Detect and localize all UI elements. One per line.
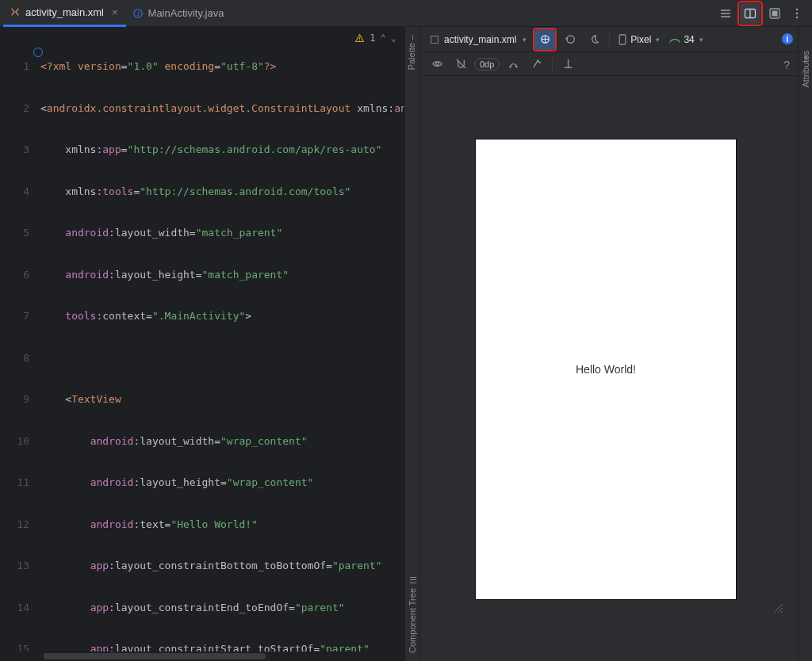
horizontal-scrollbar[interactable] [0,651,404,661]
chevron-down-icon: ▾ [699,36,703,44]
code-editor[interactable]: 1 ⌃ ⌄ 1 2 3 4 5 6 7 8 9 10 11 12 13 14 1… [0,27,404,651]
design-view-button[interactable] [764,3,785,24]
code-content[interactable]: <?xml version="1.0" encoding="utf-8"?> <… [36,27,404,651]
help-icon[interactable]: ? [783,59,790,71]
svg-point-17 [515,66,517,67]
resize-grip-icon[interactable] [771,601,783,613]
view-mode-switcher [715,1,812,26]
infer-constraints-button[interactable] [527,54,547,75]
guidelines-button[interactable] [557,54,578,75]
clear-constraints-button[interactable] [503,54,523,75]
layout-preview-pane: activity_main.xml ▾ Pixel ▾ [420,27,812,661]
code-editor-pane: 1 ⌃ ⌄ 1 2 3 4 5 6 7 8 9 10 11 12 13 14 1… [0,27,404,661]
warning-count: 1 [370,32,375,46]
line-gutter: 1 2 3 4 5 6 7 8 9 10 11 12 13 14 15 16 1… [0,27,36,651]
preview-second-toolbar: 0dp [420,52,812,76]
default-margin[interactable]: 0dp [474,58,500,71]
editor-tabs: activity_main.xml × J MainActivity.java [0,0,812,27]
chevron-down-icon[interactable]: ⌄ [391,32,396,46]
component-tree-tab[interactable]: Component Tree ☰ [407,575,417,653]
design-surface-highlight [533,28,557,52]
svg-rect-11 [431,36,439,43]
split-view-button[interactable] [740,3,760,24]
layout-file-icon [430,35,439,44]
preview-top-toolbar: activity_main.xml ▾ Pixel ▾ [420,27,812,52]
svg-point-9 [359,40,360,41]
tab-mainactivity[interactable]: J MainActivity.java [126,0,232,27]
preview-file-selector[interactable]: activity_main.xml ▾ [427,32,530,47]
view-options-button[interactable] [427,54,447,75]
svg-point-6 [796,8,799,10]
chevron-up-icon[interactable]: ⌃ [381,32,386,46]
svg-point-7 [796,12,799,14]
minimize-icon: – [407,35,416,40]
tab-activity-main[interactable]: activity_main.xml × [3,0,126,27]
api-icon [669,35,680,44]
phone-icon [618,34,627,45]
palette-tab[interactable]: Palette – [407,35,416,70]
api-selector[interactable]: 34 ▾ [666,32,706,47]
more-options-button[interactable] [787,3,807,24]
orientation-button[interactable] [560,29,580,50]
attributes-tab[interactable]: Attributes [801,51,810,87]
xml-file-icon [10,6,21,17]
device-selector[interactable]: Pixel ▾ [615,32,663,47]
main-split: 1 ⌃ ⌄ 1 2 3 4 5 6 7 8 9 10 11 12 13 14 1… [0,27,812,661]
svg-point-8 [796,16,799,18]
close-icon[interactable]: × [112,6,118,18]
code-view-button[interactable] [715,3,736,24]
tree-icon: ☰ [407,575,417,585]
design-surface-button[interactable] [534,29,555,50]
device-frame[interactable]: Hello World! [476,139,736,599]
warning-icon [354,33,365,44]
gutter-marker-icon[interactable] [33,48,43,57]
design-canvas[interactable]: Hello World! [420,76,812,661]
svg-rect-5 [772,10,778,16]
chevron-down-icon: ▾ [523,36,527,44]
svg-point-14 [435,63,439,66]
tab-label: MainActivity.java [148,7,224,19]
chevron-down-icon: ▾ [656,36,660,44]
svg-rect-13 [619,34,626,44]
tab-label: activity_main.xml [25,6,104,18]
svg-point-16 [509,66,511,67]
java-file-icon: J [132,8,144,19]
split-view-highlight [737,1,763,26]
magnet-button[interactable] [450,54,471,75]
info-badge-icon[interactable]: i [782,33,793,44]
textview-hello[interactable]: Hello World! [576,363,636,376]
attributes-rail: ⇥ Attributes [798,27,812,661]
svg-text:J: J [136,10,140,16]
side-rail: Palette – Component Tree ☰ [404,27,420,661]
night-mode-button[interactable] [584,29,604,50]
inspection-summary[interactable]: 1 ⌃ ⌄ [354,32,396,46]
